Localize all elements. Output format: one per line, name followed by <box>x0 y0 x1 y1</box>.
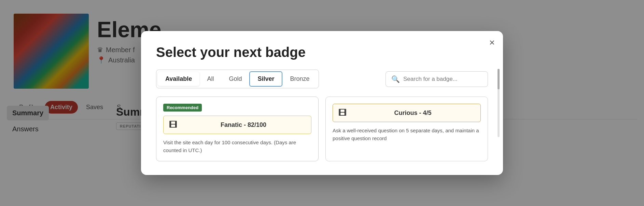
badge-card-curious: 🎞 Curious - 4/5 Ask a well-received ques… <box>325 97 488 161</box>
fanatic-description: Visit the site each day for 100 consecut… <box>163 139 311 154</box>
fanatic-icon: 🎞 <box>169 120 177 130</box>
search-input[interactable] <box>403 76 482 83</box>
modal-title: Select your next badge <box>156 45 488 60</box>
curious-description: Ask a well-received question on 5 separa… <box>333 127 481 142</box>
search-box: 🔍 <box>386 71 488 87</box>
fanatic-name: Fanatic - 82/100 <box>181 121 306 129</box>
curious-icon: 🎞 <box>338 108 347 118</box>
tab-gold[interactable]: Gold <box>221 72 249 86</box>
tab-available[interactable]: Available <box>158 72 199 86</box>
scrollbar[interactable] <box>498 69 500 137</box>
tab-all[interactable]: All <box>199 72 221 86</box>
fanatic-pill: 🎞 Fanatic - 82/100 <box>163 116 311 134</box>
filter-tabs: Available All Gold Silver Bronze <box>156 70 319 88</box>
modal-overlay: × Select your next badge Available All G… <box>0 0 644 206</box>
filter-row: Available All Gold Silver Bronze 🔍 <box>156 70 488 88</box>
search-icon: 🔍 <box>391 75 400 83</box>
recommended-tag: Recommended <box>163 104 202 112</box>
tab-silver[interactable]: Silver <box>249 71 282 87</box>
badge-modal: × Select your next badge Available All G… <box>141 31 503 175</box>
badge-card-fanatic: Recommended 🎞 Fanatic - 82/100 Visit the… <box>156 97 319 161</box>
badge-cards: Recommended 🎞 Fanatic - 82/100 Visit the… <box>156 97 488 161</box>
scroll-thumb <box>498 69 500 89</box>
close-button[interactable]: × <box>489 38 495 47</box>
tab-bronze[interactable]: Bronze <box>282 72 317 86</box>
curious-name: Curious - 4/5 <box>351 109 475 117</box>
curious-pill: 🎞 Curious - 4/5 <box>333 104 481 122</box>
